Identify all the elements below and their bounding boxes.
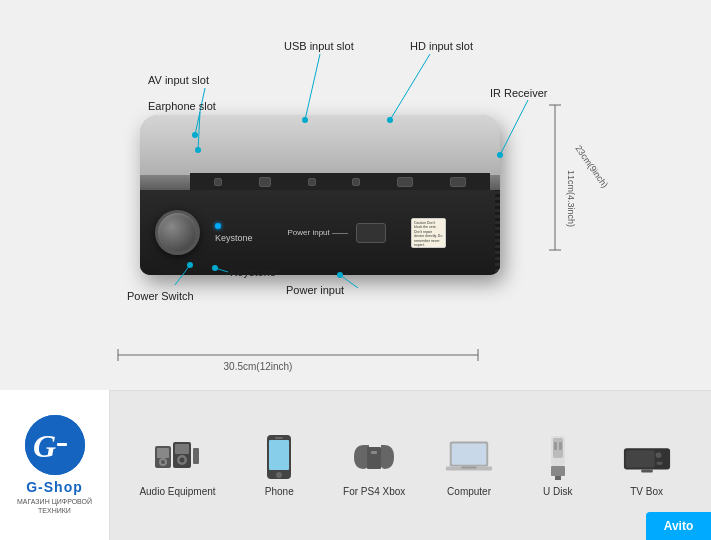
svg-rect-38: [175, 444, 189, 454]
device-body: Keystone Power input —— Caution Don't bl…: [140, 115, 500, 275]
device-item-ps4: For PS4 Xbox: [343, 435, 405, 497]
svg-rect-34: [157, 448, 169, 458]
tvbox-label: TV Box: [630, 486, 663, 497]
svg-rect-47: [371, 451, 377, 454]
power-input-label-visual: Power input ——: [288, 228, 348, 237]
power-input-area: Power input ——: [288, 223, 386, 243]
svg-point-60: [655, 452, 661, 458]
keystone-indicator: [215, 223, 221, 229]
svg-text:HD input slot: HD input slot: [410, 40, 473, 52]
svg-rect-51: [461, 467, 476, 469]
device-item-computer: Computer: [444, 435, 494, 497]
logo-area: G G-Shop МАГАЗИН ЦИФРОВОЙ ТЕХНИКИ: [0, 390, 110, 540]
svg-rect-46: [367, 447, 381, 469]
computer-label: Computer: [447, 486, 491, 497]
svg-point-36: [161, 460, 165, 464]
svg-text:30.5cm(12inch): 30.5cm(12inch): [224, 361, 293, 372]
svg-rect-56: [554, 442, 557, 450]
udisk-icon: [533, 435, 583, 480]
logo-circle: G: [25, 415, 85, 475]
svg-point-40: [180, 458, 185, 463]
svg-rect-62: [641, 470, 653, 473]
svg-rect-41: [193, 448, 199, 464]
phone-icon: [254, 435, 304, 480]
device-item-audio: Audio Equipment: [139, 435, 215, 497]
device-item-udisk: U Disk: [533, 435, 583, 497]
earphone-port: [214, 178, 222, 186]
usb2-port: [352, 178, 360, 186]
device-vents: [495, 190, 500, 275]
svg-rect-61: [656, 462, 662, 465]
power-port-visual: [356, 223, 386, 243]
svg-rect-55: [555, 476, 561, 480]
keystone-label-visual: Keystone: [215, 233, 253, 243]
projector-device: Keystone Power input —— Caution Don't bl…: [110, 95, 530, 305]
svg-rect-59: [625, 450, 654, 467]
device-front-panel: Keystone Power input —— Caution Don't bl…: [140, 190, 500, 275]
main-container: Keystone Power input —— Caution Don't bl…: [0, 0, 711, 540]
svg-text:11cm(4.3inch): 11cm(4.3inch): [566, 170, 576, 227]
svg-text:USB input slot: USB input slot: [284, 40, 354, 52]
svg-rect-57: [559, 442, 562, 450]
ps4-icon: [349, 435, 399, 480]
svg-text:AV input slot: AV input slot: [148, 74, 209, 86]
device-item-phone: Phone: [254, 435, 304, 497]
logo-brand: G-Shop: [26, 479, 83, 495]
tvbox-icon: [622, 435, 672, 480]
svg-rect-43: [269, 440, 289, 470]
keystone-area: Keystone: [215, 223, 253, 243]
svg-rect-65: [57, 443, 67, 446]
svg-text:G: G: [33, 428, 56, 464]
audio-icon: [152, 435, 202, 480]
product-area: Keystone Power input —— Caution Don't bl…: [0, 0, 711, 390]
computer-icon: [444, 435, 494, 480]
svg-point-44: [276, 472, 282, 478]
hdmi2-port: [450, 177, 466, 187]
hdmi1-port: [397, 177, 413, 187]
device-top-panel: [140, 115, 500, 175]
warning-sticker: Caution Don't block the vent. Don't repa…: [411, 218, 446, 248]
port-strip: [190, 173, 490, 191]
avito-badge: Avito: [646, 512, 711, 540]
usb-port: [308, 178, 316, 186]
phone-label: Phone: [265, 486, 294, 497]
av-port: [259, 177, 271, 187]
audio-label: Audio Equipment: [139, 486, 215, 497]
logo-subtitle: МАГАЗИН ЦИФРОВОЙ ТЕХНИКИ: [8, 497, 101, 515]
svg-text:23cm(9inch): 23cm(9inch): [573, 143, 610, 189]
power-button-visual: [155, 210, 200, 255]
svg-rect-54: [551, 466, 565, 476]
avito-label: Avito: [664, 519, 694, 533]
svg-rect-49: [452, 444, 487, 465]
udisk-label: U Disk: [543, 486, 572, 497]
ps4-label: For PS4 Xbox: [343, 486, 405, 497]
device-item-tvbox: TV Box: [622, 435, 672, 497]
svg-rect-45: [275, 437, 283, 439]
